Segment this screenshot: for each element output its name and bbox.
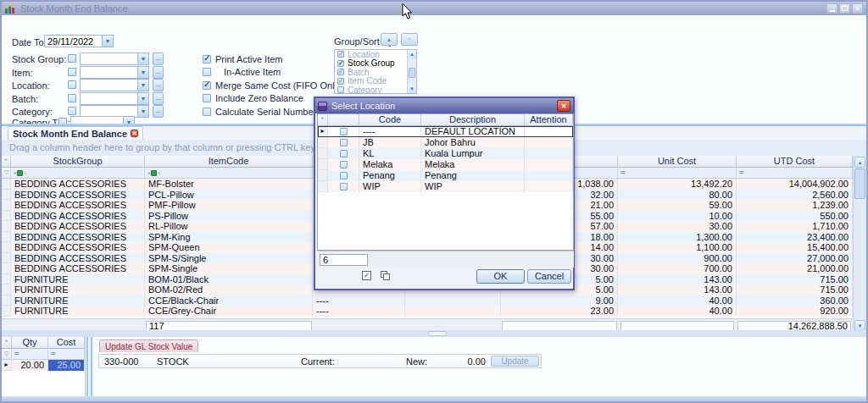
stock-group-browse-button[interactable]: ... [153, 52, 164, 65]
location-row-wip[interactable]: WIPWIP [318, 181, 573, 192]
item-browse-button[interactable]: ... [153, 66, 164, 79]
table-row[interactable]: FURNITURECCE/Black-Chair----9.0040.00360… [2, 295, 866, 306]
chevron-down-icon[interactable]: ▾ [137, 53, 148, 64]
group-sort-item-batch[interactable]: Batch [335, 68, 416, 77]
tab-update-gl-stock-value[interactable]: Update GL Stock Value [99, 340, 198, 352]
cost-cell-selected[interactable]: 25.00 [48, 360, 85, 371]
date-to-combo[interactable]: 29/11/2022 ▾ [44, 35, 114, 47]
row-checkbox[interactable] [340, 183, 348, 190]
column-header-select[interactable] [328, 114, 359, 126]
scroll-down-icon[interactable]: ▼ [408, 85, 416, 93]
filter-funnel-icon[interactable]: ▽ [2, 349, 12, 360]
column-header-itemcode[interactable]: ItemCode [145, 156, 313, 168]
batch-checkbox[interactable] [68, 94, 76, 102]
item-combo[interactable]: ▾ [80, 66, 149, 79]
location-row-penang[interactable]: PenangPenang [318, 170, 573, 181]
dialog-titlebar[interactable]: Select Location ✕ [315, 98, 573, 113]
chevron-down-icon[interactable]: ▾ [102, 36, 113, 47]
panel-splitter[interactable] [86, 337, 94, 396]
item-code-checkbox[interactable] [337, 78, 344, 85]
minimize-button[interactable] [826, 3, 837, 14]
location-combo[interactable]: ▾ [80, 79, 149, 91]
column-chooser-icon[interactable]: * [2, 337, 12, 349]
select-cell[interactable] [328, 137, 359, 148]
tab-close-icon[interactable]: ✕ [131, 130, 138, 137]
select-cell[interactable] [328, 170, 359, 181]
batch-checkbox[interactable] [337, 69, 344, 75]
row-checkbox[interactable] [340, 139, 348, 146]
qty-cost-data-row[interactable]: ▸20.0025.00 [2, 360, 85, 371]
scroll-thumb[interactable] [854, 168, 865, 199]
chevron-down-icon[interactable]: ▾ [137, 93, 148, 104]
calculate-serial-number-checkbox[interactable] [203, 108, 211, 116]
filter-cell-5[interactable]: = [618, 168, 737, 179]
column-chooser-icon[interactable]: * [318, 114, 328, 126]
include-zero-balance-checkbox[interactable] [203, 94, 211, 102]
location-browse-button[interactable]: ... [153, 79, 164, 91]
column-chooser-icon[interactable]: * [2, 156, 11, 168]
column-header-code[interactable]: Code [359, 114, 421, 126]
scroll-thumb[interactable] [409, 68, 415, 78]
location-row-johor-bahru[interactable]: JBJohor Bahru [318, 137, 573, 148]
chevron-down-icon[interactable]: ▾ [137, 106, 148, 117]
close-button[interactable]: ✕ [852, 3, 863, 14]
stock-group-combo[interactable]: ▾ [80, 52, 149, 65]
filter-cell-6[interactable]: = [737, 168, 853, 179]
batch-browse-button[interactable]: ... [153, 92, 164, 105]
copy-icon[interactable] [381, 271, 390, 280]
filter-cell-1[interactable]: ac [145, 168, 313, 179]
row-checkbox[interactable] [340, 128, 348, 135]
chevron-down-icon[interactable]: ▾ [137, 80, 148, 91]
cancel-button[interactable]: Cancel [527, 269, 571, 284]
column-header-cost[interactable]: Cost [48, 337, 85, 349]
group-sort-item-location[interactable]: Location [335, 50, 416, 59]
row-checkbox[interactable] [340, 172, 348, 179]
column-header-utd-cost[interactable]: UTD Cost [737, 156, 853, 168]
move-down-button[interactable]: ▼ [401, 33, 418, 46]
scroll-up-icon[interactable]: ▲ [408, 50, 416, 58]
row-checkbox[interactable] [340, 150, 348, 157]
select-cell[interactable] [328, 181, 359, 192]
column-header-unit-cost[interactable]: Unit Cost [618, 156, 737, 168]
location-row-default-location[interactable]: ▸----DEFAULT LOCATION [318, 126, 573, 137]
select-cell[interactable] [328, 126, 359, 137]
filter-cell-1[interactable]: = [48, 349, 85, 360]
print-active-item-checkbox[interactable] [203, 55, 211, 63]
ok-button[interactable]: OK [476, 269, 525, 284]
table-row[interactable]: FURNITURECCE/Grey-Chair----23.0040.00920… [2, 306, 866, 317]
tab-stock-month-end-balance[interactable]: Stock Month End Balance ✕ [8, 126, 143, 140]
stock-group-checkbox[interactable] [68, 54, 76, 63]
column-header-attention[interactable]: Attention [525, 114, 573, 126]
move-up-button[interactable]: ▲ [381, 33, 398, 46]
select-cell[interactable] [328, 148, 359, 159]
group-sort-item-stock-group[interactable]: Stock Group [335, 59, 416, 69]
group-sort-item-item-code[interactable]: Item Code [335, 77, 416, 86]
category-checkbox[interactable] [337, 86, 344, 93]
location-checkbox[interactable] [337, 51, 344, 58]
select-all-icon[interactable]: ✓ [362, 271, 371, 280]
filter-cell-0[interactable]: = [12, 349, 48, 360]
select-cell[interactable] [328, 159, 359, 170]
category-checkbox[interactable] [68, 107, 76, 115]
group-sort-scrollbar[interactable]: ▲ ▼ [407, 50, 416, 93]
grid-horizontal-scrollbar[interactable] [2, 330, 866, 337]
column-header-description[interactable]: Description [421, 114, 525, 126]
dialog-close-button[interactable]: ✕ [557, 100, 570, 112]
merge-same-cost-fifo-only-checkbox[interactable] [203, 81, 211, 90]
column-header-qty[interactable]: Qty [12, 337, 48, 349]
column-header-stockgroup[interactable]: StockGroup [11, 156, 145, 168]
scroll-thumb[interactable] [428, 331, 447, 336]
row-checkbox[interactable] [340, 161, 348, 168]
grid-vertical-scrollbar[interactable]: ▲ ▼ [853, 156, 866, 332]
stock-group-checkbox[interactable] [337, 60, 344, 67]
category-browse-button[interactable]: ... [153, 105, 164, 118]
in-active-item-checkbox[interactable] [203, 68, 211, 76]
chevron-down-icon[interactable]: ▾ [137, 67, 148, 78]
maximize-button[interactable] [839, 3, 850, 14]
batch-combo[interactable]: ▾ [80, 92, 149, 105]
filter-funnel-icon[interactable]: ▽ [2, 168, 11, 179]
scroll-up-icon[interactable]: ▲ [854, 157, 865, 168]
location-checkbox[interactable] [68, 80, 76, 89]
item-checkbox[interactable] [68, 68, 76, 76]
filter-cell-0[interactable]: ac [11, 168, 145, 179]
